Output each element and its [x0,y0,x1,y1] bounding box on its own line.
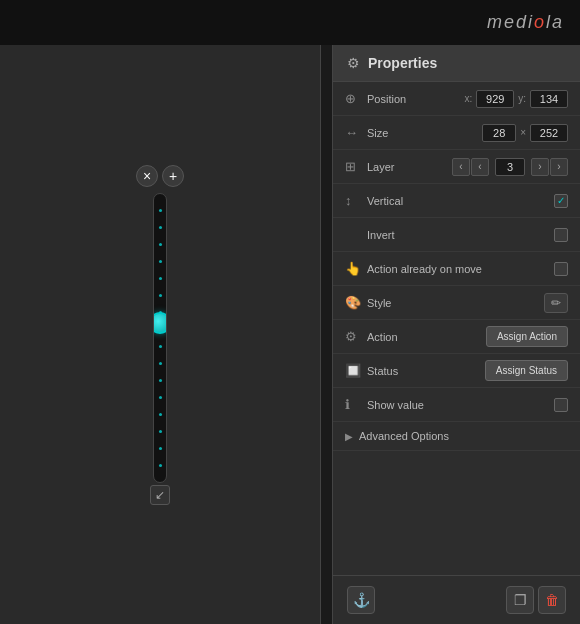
slider-handle[interactable] [153,312,167,334]
position-inputs: x: y: [464,90,568,108]
slider-plus-btn[interactable]: + [162,165,184,187]
assign-action-btn[interactable]: Assign Action [486,326,568,347]
slider-bottom-arrow[interactable]: ↙ [150,485,170,505]
invert-row: Invert [333,218,580,252]
size-sep: × [520,127,526,138]
panel-title: Properties [368,55,437,71]
slider-dot [159,413,162,416]
size-icon: ↔ [345,125,363,140]
panel-body: ⊕ Position x: y: ↔ Size × ⊞ Layer [333,82,580,575]
status-icon: 🔲 [345,363,363,378]
slider-dot [159,260,162,263]
slider-dot [159,379,162,382]
panel-separator [320,45,321,624]
layer-inputs: ‹ ‹ › › [452,158,568,176]
status-label: Status [363,365,485,377]
slider-dot [159,294,162,297]
copy-btn[interactable]: ❐ [506,586,534,614]
anchor-btn[interactable]: ⚓ [347,586,375,614]
slider-dot [159,447,162,450]
advanced-label: Advanced Options [359,430,449,442]
slider-dot [159,226,162,229]
logo-accent: o [534,12,546,32]
top-bar: mediola [0,0,580,45]
position-y-input[interactable] [530,90,568,108]
slider-dot [159,345,162,348]
layer-label: Layer [363,161,452,173]
vertical-label: Vertical [363,195,554,207]
slider-dots [154,194,166,482]
size-h-input[interactable] [530,124,568,142]
size-label: Size [363,127,482,139]
invert-label: Invert [363,229,554,241]
style-icon: 🎨 [345,295,363,310]
logo: mediola [487,12,564,33]
advanced-arrow-icon: ▶ [345,431,353,442]
action-row: ⚙ Action Assign Action [333,320,580,354]
vertical-row: ↕ Vertical [333,184,580,218]
position-label: Position [363,93,464,105]
assign-status-btn[interactable]: Assign Status [485,360,568,381]
canvas-area: × + ↙ [0,45,320,624]
vertical-icon: ↕ [345,193,363,208]
show-value-checkbox[interactable] [554,398,568,412]
action-icon: ⚙ [345,329,363,344]
invert-checkbox[interactable] [554,228,568,242]
size-inputs: × [482,124,568,142]
delete-btn[interactable]: 🗑 [538,586,566,614]
style-edit-btn[interactable]: ✏ [544,293,568,313]
slider-widget: × + ↙ [145,165,175,505]
layer-icon: ⊞ [345,159,363,174]
layer-down-btn-1[interactable]: ‹ [452,158,470,176]
slider-dot [159,430,162,433]
vertical-checkbox[interactable] [554,194,568,208]
slider-track[interactable] [153,193,167,483]
show-value-label: Show value [363,399,554,411]
action-on-move-label: Action already on move [363,263,554,275]
slider-dot [159,396,162,399]
size-row: ↔ Size × [333,116,580,150]
panel-header: ⚙ Properties [333,45,580,82]
slider-dot [159,243,162,246]
slider-dot [159,209,162,212]
y-label: y: [518,93,526,104]
status-row: 🔲 Status Assign Status [333,354,580,388]
action-on-move-row: 👆 Action already on move [333,252,580,286]
properties-icon: ⚙ [347,55,360,71]
action-on-move-checkbox[interactable] [554,262,568,276]
show-value-row: ℹ Show value [333,388,580,422]
advanced-options-row[interactable]: ▶ Advanced Options [333,422,580,451]
slider-dot [159,277,162,280]
action-on-move-icon: 👆 [345,261,363,276]
position-icon: ⊕ [345,91,363,106]
layer-down-arrows: ‹ ‹ [452,158,489,176]
show-value-icon: ℹ [345,397,363,412]
slider-dot [159,362,162,365]
slider-dot [159,464,162,467]
style-row: 🎨 Style ✏ [333,286,580,320]
style-label: Style [363,297,544,309]
position-x-input[interactable] [476,90,514,108]
layer-up-arrows: › › [531,158,568,176]
slider-minus-btn[interactable]: × [136,165,158,187]
layer-row: ⊞ Layer ‹ ‹ › › [333,150,580,184]
layer-value-input[interactable] [495,158,525,176]
layer-up-btn-1[interactable]: › [531,158,549,176]
properties-panel: ⚙ Properties ⊕ Position x: y: ↔ Size × [332,45,580,624]
action-label: Action [363,331,486,343]
panel-footer: ⚓ ❐ 🗑 [333,575,580,624]
size-w-input[interactable] [482,124,516,142]
layer-down-btn-2[interactable]: ‹ [471,158,489,176]
layer-up-btn-2[interactable]: › [550,158,568,176]
position-row: ⊕ Position x: y: [333,82,580,116]
x-label: x: [464,93,472,104]
